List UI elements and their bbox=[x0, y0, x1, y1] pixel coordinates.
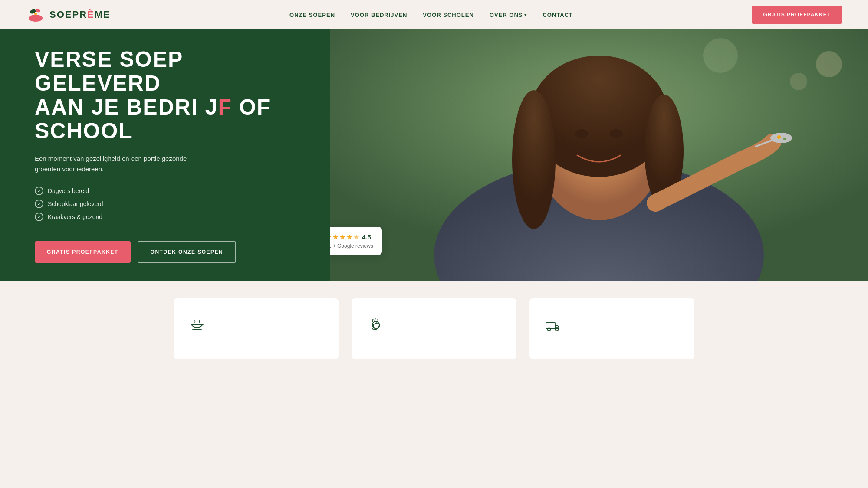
star-rating: ★ ★ ★ ★ ★ bbox=[330, 233, 359, 241]
feature-card-soup bbox=[174, 298, 339, 359]
hero-content: VERSE SOEP GELEVERD AAN JE BEDRI JF OF S… bbox=[0, 29, 330, 281]
svg-point-24 bbox=[556, 328, 559, 331]
nav-link-bedrijven[interactable]: VOOR BEDRIJVEN bbox=[351, 12, 407, 18]
features-section bbox=[0, 281, 868, 368]
hero-image: ★ ★ ★ ★ ★ 4.5 21 + Google reviews bbox=[330, 29, 868, 281]
navbar: SOEPRÈME ONZE SOEPEN VOOR BEDRIJVEN VOOR… bbox=[0, 0, 868, 29]
reviews-count: 21 + Google reviews bbox=[330, 243, 373, 249]
hero-subtitle: Een moment van gezelligheid en een porti… bbox=[35, 154, 200, 174]
check-icon-1: ✓ bbox=[35, 187, 43, 195]
hero-discover-button[interactable]: ONTDEK ONZE SOEPEN bbox=[138, 241, 237, 263]
svg-point-18 bbox=[777, 135, 781, 139]
check-icon-2: ✓ bbox=[35, 200, 43, 208]
feature-item-1: ✓ Dagvers bereid bbox=[35, 187, 295, 195]
star-1: ★ bbox=[330, 233, 332, 241]
svg-rect-22 bbox=[546, 323, 556, 329]
svg-point-19 bbox=[783, 138, 786, 140]
svg-point-16 bbox=[770, 133, 792, 143]
hero-section: VERSE SOEP GELEVERD AAN JE BEDRI JF OF S… bbox=[0, 29, 868, 281]
nav-link-scholen[interactable]: VOOR SCHOLEN bbox=[423, 12, 473, 18]
veggie-icon bbox=[367, 318, 383, 337]
logo-icon bbox=[26, 5, 45, 24]
hero-cta-button[interactable]: GRATIS PROEFPAKKET bbox=[35, 241, 131, 263]
reviews-badge: ★ ★ ★ ★ ★ 4.5 21 + Google reviews bbox=[330, 227, 382, 255]
hero-photo bbox=[330, 29, 868, 281]
hero-features-list: ✓ Dagvers bereid ✓ Schepklaar geleverd ✓… bbox=[35, 187, 295, 226]
svg-point-3 bbox=[34, 13, 37, 15]
svg-point-6 bbox=[790, 73, 807, 90]
nav-links: ONZE SOEPEN VOOR BEDRIJVEN VOOR SCHOLEN … bbox=[289, 12, 573, 18]
svg-point-2 bbox=[35, 8, 41, 13]
logo[interactable]: SOEPRÈME bbox=[26, 5, 111, 24]
reviews-score: 4.5 bbox=[362, 233, 371, 241]
nav-link-contact[interactable]: CONTACT bbox=[542, 12, 573, 18]
hero-buttons: GRATIS PROEFPAKKET ONTDEK ONZE SOEPEN bbox=[35, 241, 295, 263]
star-4: ★ bbox=[346, 233, 352, 241]
nav-link-overons[interactable]: OVER ONS ▾ bbox=[490, 12, 527, 18]
star-2: ★ bbox=[332, 233, 339, 241]
svg-point-12 bbox=[512, 90, 556, 229]
nav-link-soepen[interactable]: ONZE SOEPEN bbox=[289, 12, 335, 18]
logo-text: SOEPRÈME bbox=[49, 9, 111, 20]
hero-photo-svg bbox=[330, 29, 868, 281]
feature-card-truck bbox=[529, 298, 694, 359]
hero-title: VERSE SOEP GELEVERD AAN JE BEDRI JF OF S… bbox=[35, 48, 295, 143]
chevron-down-icon: ▾ bbox=[524, 13, 527, 17]
star-5-half: ★ bbox=[353, 233, 359, 241]
svg-point-23 bbox=[548, 328, 551, 331]
svg-point-15 bbox=[610, 129, 623, 138]
soup-bowl-icon bbox=[189, 318, 205, 337]
svg-point-5 bbox=[816, 51, 842, 77]
navbar-cta-button[interactable]: GRATIS PROEFPAKKET bbox=[752, 6, 842, 24]
svg-point-14 bbox=[575, 129, 588, 138]
svg-point-7 bbox=[703, 38, 738, 73]
check-icon-3: ✓ bbox=[35, 213, 43, 221]
reviews-stars: ★ ★ ★ ★ ★ 4.5 bbox=[330, 233, 373, 241]
feature-item-3: ✓ Kraakvers & gezond bbox=[35, 213, 295, 221]
feature-card-veggie bbox=[352, 298, 516, 359]
star-3: ★ bbox=[339, 233, 345, 241]
feature-item-2: ✓ Schepklaar geleverd bbox=[35, 200, 295, 208]
delivery-truck-icon bbox=[545, 318, 561, 337]
